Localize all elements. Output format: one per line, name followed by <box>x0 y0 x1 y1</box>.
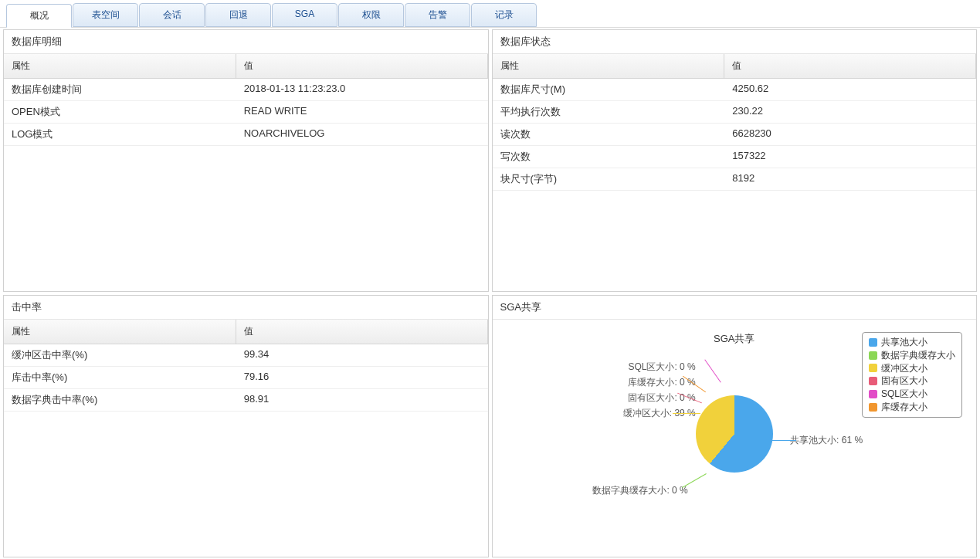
table-row[interactable]: 数据库尺寸(M)4250.62 <box>493 79 977 101</box>
cell-attr: 写次数 <box>493 146 725 168</box>
col-val: 值 <box>724 54 976 78</box>
cell-attr: LOG模式 <box>4 124 236 145</box>
leader-line <box>673 413 700 414</box>
table-body[interactable]: 数据库尺寸(M)4250.62平均执行次数230.22读次数6628230写次数… <box>493 79 977 291</box>
tab-permission[interactable]: 权限 <box>338 3 404 27</box>
cell-val: 6628230 <box>724 124 976 145</box>
tab-session[interactable]: 会话 <box>139 3 205 27</box>
legend-label: 共享池大小 <box>881 336 927 349</box>
cell-attr: OPEN模式 <box>4 101 236 123</box>
panel-title: 击中率 <box>4 296 488 320</box>
table-row[interactable]: 数据字典击中率(%)98.91 <box>4 389 488 412</box>
col-attr: 属性 <box>493 54 725 78</box>
legend-item: 共享池大小 <box>869 336 955 349</box>
cell-attr: 库击中率(%) <box>4 367 236 388</box>
col-attr: 属性 <box>4 54 236 78</box>
panel-title: 数据库状态 <box>493 30 977 54</box>
legend-swatch <box>869 338 877 347</box>
tab-overview[interactable]: 概况 <box>6 4 72 28</box>
table-row[interactable]: OPEN模式READ WRITE <box>4 101 488 124</box>
table-header: 属性 值 <box>4 54 488 79</box>
slice-label-dict-cache: 数据字典缓存大小: 0 % <box>534 484 688 497</box>
cell-attr: 数据库创建时间 <box>4 79 236 100</box>
col-attr: 属性 <box>4 320 236 344</box>
table-row[interactable]: 写次数157322 <box>493 146 977 168</box>
panel-db-status: 数据库状态 属性 值 数据库尺寸(M)4250.62平均执行次数230.22读次… <box>492 29 978 292</box>
tab-rollback[interactable]: 回退 <box>205 3 271 27</box>
cell-val: 98.91 <box>236 389 488 411</box>
cell-val: 79.16 <box>236 367 488 388</box>
table-row[interactable]: 块尺寸(字节)8192 <box>493 168 977 191</box>
cell-val: READ WRITE <box>236 101 488 123</box>
pie <box>696 395 773 473</box>
table-row[interactable]: 数据库创建时间2018-01-13 11:23:23.0 <box>4 79 488 101</box>
cell-attr: 数据字典击中率(%) <box>4 389 236 411</box>
cell-attr: 平均执行次数 <box>493 101 725 123</box>
tab-sga[interactable]: SGA <box>272 3 337 27</box>
leader-line <box>704 359 721 382</box>
cell-val: 2018-01-13 11:23:23.0 <box>236 79 488 100</box>
table-body[interactable]: 缓冲区击中率(%)99.34库击中率(%)79.16数据字典击中率(%)98.9… <box>4 344 488 557</box>
table-body[interactable]: 数据库创建时间2018-01-13 11:23:23.0OPEN模式READ W… <box>4 79 488 291</box>
cell-val: 4250.62 <box>724 79 976 100</box>
tab-alert[interactable]: 告警 <box>405 3 470 27</box>
cell-val: NOARCHIVELOG <box>236 124 488 145</box>
slice-label-sql: SQL区大小: 0 % <box>541 361 696 374</box>
panel-title: SGA共享 <box>493 296 977 320</box>
slice-label-fixed: 固有区大小: 0 % <box>541 391 696 405</box>
leader-line <box>682 473 707 488</box>
table-header: 属性 值 <box>4 320 488 344</box>
panel-sga-share: SGA共享 SGA共享 共享池大小数据字典缓存大小缓冲区大小固有区大小SQL区大… <box>492 295 978 557</box>
cell-attr: 缓冲区击中率(%) <box>4 344 236 366</box>
table-row[interactable]: 库击中率(%)79.16 <box>4 367 488 389</box>
panel-hit-rate: 击中率 属性 值 缓冲区击中率(%)99.34库击中率(%)79.16数据字典击… <box>3 295 489 557</box>
table-row[interactable]: 读次数6628230 <box>493 124 977 146</box>
table-header: 属性 值 <box>493 54 977 79</box>
panel-db-detail: 数据库明细 属性 值 数据库创建时间2018-01-13 11:23:23.0O… <box>3 29 489 292</box>
table-row[interactable]: 平均执行次数230.22 <box>493 101 977 124</box>
chart-area: SGA共享 共享池大小数据字典缓存大小缓冲区大小固有区大小SQL区大小库缓存大小… <box>493 320 977 557</box>
slice-label-shared-pool: 共享池大小: 61 % <box>790 434 944 447</box>
cell-attr: 块尺寸(字节) <box>493 168 725 190</box>
panel-title: 数据库明细 <box>4 30 488 54</box>
tab-bar: 概况 表空间 会话 回退 SGA 权限 告警 记录 <box>0 0 980 28</box>
cell-val: 8192 <box>724 168 976 190</box>
pie-chart[interactable]: 共享池大小: 61 % 缓冲区大小: 39 % 固有区大小: 0 % 库缓存大小… <box>502 349 968 542</box>
cell-val: 99.34 <box>236 344 488 366</box>
table-row[interactable]: LOG模式NOARCHIVELOG <box>4 124 488 146</box>
table-row[interactable]: 缓冲区击中率(%)99.34 <box>4 344 488 367</box>
tab-log[interactable]: 记录 <box>471 3 537 27</box>
slice-label-lib-cache: 库缓存大小: 0 % <box>541 376 696 389</box>
cell-attr: 读次数 <box>493 124 725 145</box>
col-val: 值 <box>236 54 488 78</box>
col-val: 值 <box>236 320 488 344</box>
tab-tablespace[interactable]: 表空间 <box>73 3 138 27</box>
cell-val: 157322 <box>724 146 976 168</box>
leader-line <box>771 440 796 441</box>
cell-attr: 数据库尺寸(M) <box>493 79 725 100</box>
cell-val: 230.22 <box>724 101 976 123</box>
